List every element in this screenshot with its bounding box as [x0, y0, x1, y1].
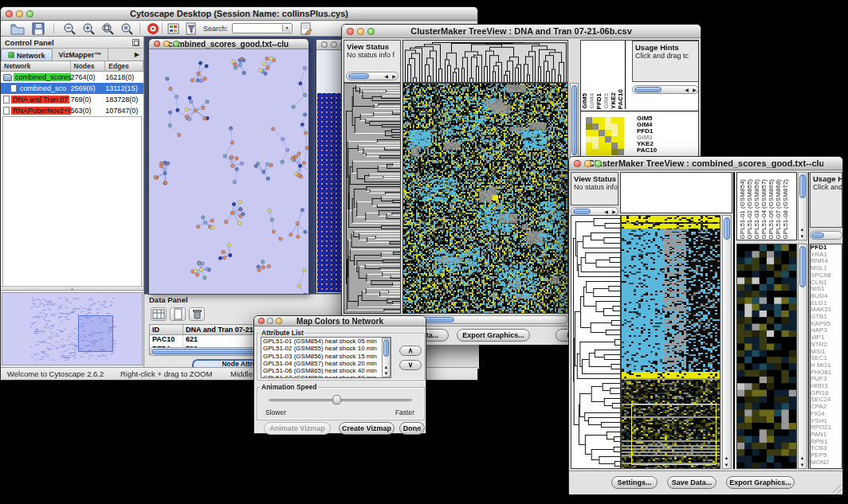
column-label[interactable]: GPL51-01 (GSM854): [739, 179, 746, 240]
minimize-button[interactable]: [163, 41, 170, 47]
gene-label[interactable]: MON2: [811, 459, 842, 467]
minimize-button[interactable]: [331, 41, 337, 48]
scroll-right-icon[interactable]: ▶: [391, 73, 398, 80]
resize-grip[interactable]: [833, 485, 842, 494]
main-titlebar[interactable]: Cytoscape Desktop (Session Name: collins…: [1, 7, 477, 21]
matrix-cell[interactable]: [605, 123, 611, 130]
attribute-item[interactable]: GPL51-04 (GSM857) heat shock 20 min: [261, 360, 391, 367]
scroll-down-icon[interactable]: ▼: [799, 462, 806, 468]
scroll-down-icon[interactable]: ▼: [799, 233, 806, 240]
tv2-zoomed-heatmap[interactable]: [736, 244, 797, 469]
scrollbar-thumb[interactable]: [348, 73, 369, 79]
network-list-empty-area[interactable]: [2, 116, 142, 287]
column-label[interactable]: GPL51-02 (GSM855): [746, 179, 753, 240]
matrix-cell[interactable]: [611, 117, 618, 123]
move-down-button[interactable]: ∨: [399, 360, 422, 370]
export-graphics-button[interactable]: Export Graphics...: [457, 329, 530, 342]
scroll-right-icon[interactable]: ▶: [610, 209, 618, 215]
scrollbar-thumb[interactable]: [799, 246, 806, 287]
matrix-cell[interactable]: [592, 149, 599, 155]
open-folder-icon[interactable]: [10, 22, 25, 35]
animate-vizmap-button[interactable]: Animate Vizmap: [264, 422, 331, 435]
tv1-heatmap[interactable]: [402, 83, 568, 314]
attribute-item[interactable]: GPL51-06 (GSM865) heat shock 40 min: [261, 367, 391, 374]
matrix-cell[interactable]: [586, 136, 592, 143]
scroll-left-icon[interactable]: ◀: [683, 87, 690, 93]
matrix-cell[interactable]: [618, 117, 624, 123]
tv2-zoom-vscrollbar[interactable]: ▲ ▼: [798, 244, 807, 469]
matrix-cell[interactable]: [605, 136, 611, 143]
matrix-cell[interactable]: [611, 130, 618, 136]
matrix-cell[interactable]: [599, 136, 605, 143]
help-lifering-icon[interactable]: [146, 22, 160, 35]
birdseye-canvas[interactable]: [2, 293, 143, 365]
matrix-cell[interactable]: [586, 143, 592, 149]
tv2-global-heatmap[interactable]: [621, 215, 720, 469]
matrix-cell[interactable]: [611, 136, 618, 143]
tv2-column-dendrogram-empty[interactable]: [620, 172, 732, 213]
attribute-item[interactable]: GPL51-01 (GSM854) heat shock 05 min: [261, 338, 391, 345]
network-row-rnapuber[interactable]: RNAPuberNov2+I 563(0) 107847(0): [1, 105, 143, 116]
matrix-cell[interactable]: [586, 123, 592, 130]
matrix-cell[interactable]: [592, 123, 599, 130]
column-label[interactable]: GPL51-08 (GSM872): [782, 179, 789, 240]
matrix-cell[interactable]: [586, 130, 592, 136]
minimize-button[interactable]: [267, 318, 273, 324]
annotation-page-icon[interactable]: [299, 22, 313, 35]
matrix-cell[interactable]: [605, 149, 611, 155]
matrix-cell[interactable]: [605, 130, 611, 136]
zoom-fit-icon[interactable]: [101, 22, 116, 35]
matrix-cell[interactable]: [592, 130, 599, 136]
matrix-cell[interactable]: [599, 117, 605, 123]
column-label[interactable]: GPL51-03 (GSM856): [753, 179, 760, 240]
scroll-down-icon[interactable]: ▼: [723, 462, 730, 468]
save-data-button[interactable]: Save Data...: [667, 476, 716, 489]
column-label[interactable]: GIM5: [581, 93, 588, 109]
birdseye-view[interactable]: [2, 292, 143, 365]
minimize-button[interactable]: [357, 28, 364, 35]
tv2-row-dendrogram[interactable]: [571, 215, 621, 469]
network-row-combined-scores[interactable]: combined_scores 2764(0) 16218(0): [1, 72, 143, 83]
scrollbar-thumb[interactable]: [573, 209, 591, 214]
move-up-button[interactable]: ∧: [399, 346, 422, 356]
filter-page-icon[interactable]: [184, 22, 198, 35]
zoom-out-icon[interactable]: [63, 22, 77, 35]
close-button[interactable]: [6, 10, 13, 18]
scrollbar-thumb[interactable]: [811, 232, 824, 238]
column-label[interactable]: GIM3: [603, 93, 610, 109]
minimize-button[interactable]: [16, 10, 23, 18]
tv2-global-vscrollbar[interactable]: ▲ ▼: [722, 215, 732, 469]
export-graphics-button[interactable]: Export Graphics...: [726, 476, 795, 489]
zoom-button[interactable]: [26, 10, 33, 18]
zoom-in-icon[interactable]: [82, 22, 96, 35]
tv1-column-dendrogram[interactable]: [402, 40, 568, 83]
minimize-button[interactable]: [584, 160, 591, 167]
resize-grip[interactable]: [416, 424, 425, 432]
column-id[interactable]: ID: [150, 325, 183, 334]
new-attribute-icon[interactable]: [170, 307, 186, 321]
attribute-item[interactable]: GPL51-03 (GSM856) heat shock 15 min: [261, 353, 391, 360]
panel-splitter[interactable]: [1, 286, 143, 291]
matrix-cell[interactable]: [599, 123, 605, 130]
column-label[interactable]: GPL51-07 (GSM868): [775, 179, 782, 240]
create-vizmap-button[interactable]: Create Vizmap: [339, 422, 395, 435]
matrix-cell[interactable]: [592, 117, 599, 123]
treeview2-titlebar[interactable]: ClusterMaker TreeView : combined_scores_…: [569, 157, 842, 170]
tab-overflow-arrow-icon[interactable]: ▶: [135, 49, 143, 61]
search-input[interactable]: ▾: [232, 23, 292, 33]
matrix-cell[interactable]: [618, 130, 624, 136]
zoom-button[interactable]: [595, 160, 602, 167]
tv2-labels-vscrollbar[interactable]: ▲ ▼: [798, 172, 807, 240]
column-label[interactable]: GIM4: [588, 93, 595, 109]
scroll-down-icon[interactable]: ▼: [383, 370, 390, 377]
cytopanel-grid-icon[interactable]: [167, 22, 181, 35]
tv2-usage-hscrollbar[interactable]: [810, 231, 842, 240]
settings-button[interactable]: Settings...: [611, 476, 658, 489]
treeview1-titlebar[interactable]: ClusterMaker TreeView : DNA and Tran 07-…: [342, 25, 701, 38]
delete-attribute-trash-icon[interactable]: [189, 307, 205, 321]
gene-label[interactable]: PAC10: [637, 147, 685, 154]
close-button[interactable]: [258, 318, 265, 324]
column-nodes[interactable]: Nodes: [71, 61, 106, 71]
column-label[interactable]: PAC10: [617, 89, 624, 109]
scroll-left-icon[interactable]: ◀: [383, 73, 390, 80]
